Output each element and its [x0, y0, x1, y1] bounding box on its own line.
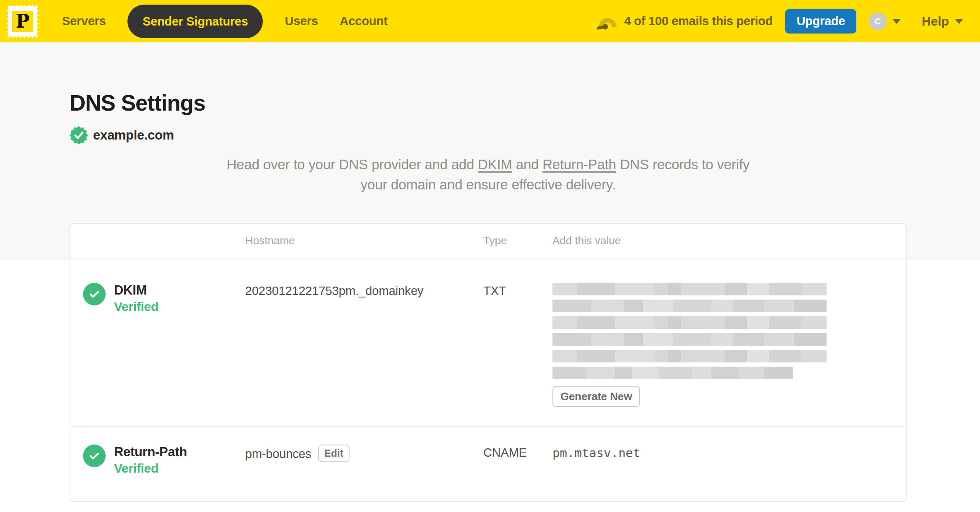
nav-item-sender-signatures[interactable]: Sender Signatures	[127, 5, 263, 38]
dkim-status-cell: DKIM Verified	[70, 283, 245, 407]
record-name: DKIM	[114, 283, 158, 298]
nav-item-users[interactable]: Users	[285, 14, 318, 28]
return-path-value-cell: pm.mtasv.net	[552, 445, 906, 476]
table-header: Hostname Type Add this value	[70, 224, 906, 259]
record-name: Return-Path	[114, 445, 187, 460]
table-row-dkim: DKIM Verified 20230121221753pm._domainke…	[70, 259, 906, 427]
hostname-text: pm-bounces	[245, 447, 311, 460]
upgrade-button[interactable]: Upgrade	[785, 9, 856, 34]
desc-text: and	[512, 157, 542, 172]
header-value: Add this value	[552, 224, 906, 258]
table-row-return-path: Return-Path Verified pm-bouncesEdit CNAM…	[70, 427, 906, 501]
return-path-status-cell: Return-Path Verified	[70, 445, 245, 476]
cname-value: pm.mtasv.net	[552, 446, 640, 460]
edit-button[interactable]: Edit	[318, 445, 350, 462]
nav-item-servers[interactable]: Servers	[62, 14, 106, 28]
help-label: Help	[922, 14, 949, 28]
header-hostname: Hostname	[245, 224, 483, 258]
dkim-type: TXT	[483, 283, 552, 407]
return-path-type: CNAME	[483, 445, 552, 476]
gauge-icon	[597, 13, 618, 30]
dkim-hostname: 20230121221753pm._domainkey	[245, 283, 483, 407]
main-content: DNS Settings example.com Head over to yo…	[70, 91, 907, 502]
header-empty	[70, 224, 245, 258]
redacted-value-line	[552, 350, 827, 362]
usage-text: 4 of 100 emails this period	[624, 14, 773, 28]
page-title: DNS Settings	[70, 91, 907, 115]
redacted-value-line	[552, 367, 793, 379]
logo-letter: P	[16, 10, 29, 32]
redacted-value-line	[552, 316, 827, 329]
redacted-value-line	[552, 300, 827, 312]
status-badge: Verified	[114, 300, 158, 314]
postmark-logo-stamp-icon[interactable]: P	[7, 5, 39, 38]
desc-text: Head over to your DNS provider and add	[227, 157, 478, 172]
redacted-value-line	[552, 283, 827, 295]
primary-nav: Servers Sender Signatures Users Account	[62, 5, 388, 38]
dkim-value-cell: Generate New	[552, 283, 906, 407]
avatar[interactable]: C	[869, 13, 887, 30]
email-usage: 4 of 100 emails this period	[597, 13, 773, 30]
top-navbar: P Servers Sender Signatures Users Accoun…	[0, 0, 980, 42]
verified-seal-icon	[70, 126, 88, 145]
check-circle-icon	[83, 445, 106, 467]
check-circle-icon	[83, 283, 106, 305]
dns-records-card: Hostname Type Add this value DKIM Verifi…	[70, 223, 907, 502]
help-menu[interactable]: Help	[922, 14, 963, 28]
header-type: Type	[483, 224, 552, 258]
caret-down-icon	[892, 19, 901, 24]
return-path-hostname: pm-bouncesEdit	[245, 445, 483, 476]
domain-name: example.com	[93, 128, 174, 143]
caret-down-icon	[955, 19, 963, 24]
generate-new-button[interactable]: Generate New	[552, 386, 640, 407]
verified-domain: example.com	[70, 126, 907, 145]
dns-instructions: Head over to your DNS provider and add D…	[226, 155, 750, 195]
status-badge: Verified	[114, 461, 187, 476]
account-menu[interactable]: C	[869, 13, 901, 30]
redacted-value-line	[552, 333, 827, 346]
dkim-link[interactable]: DKIM	[478, 157, 512, 172]
nav-item-account[interactable]: Account	[340, 14, 388, 28]
return-path-link[interactable]: Return-Path	[542, 157, 616, 172]
